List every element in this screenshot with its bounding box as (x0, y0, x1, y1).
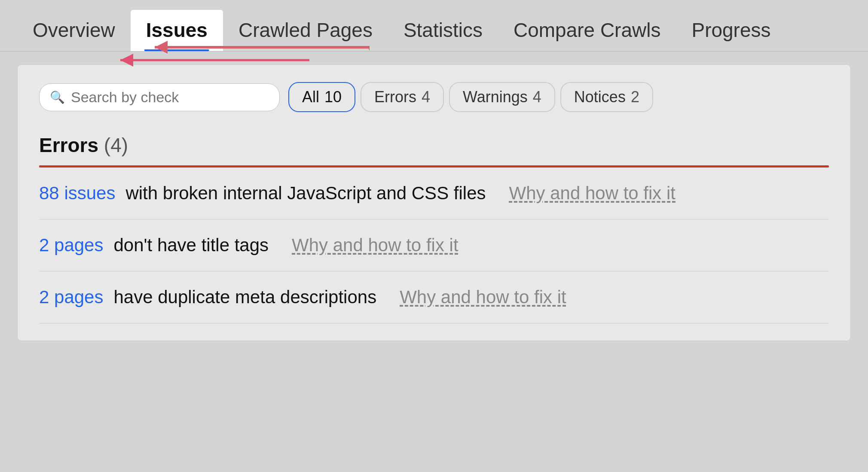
search-input[interactable] (71, 89, 269, 106)
issue-row: 2 pages don't have title tags Why and ho… (39, 219, 829, 271)
tab-bar: Overview Issues Crawled Pages Statistics… (0, 0, 868, 52)
tab-issues[interactable]: Issues (131, 10, 223, 51)
issue-1-count-link[interactable]: 88 issues (39, 183, 115, 204)
filter-buttons: All 10 Errors 4 Warnings 4 Notices 2 (288, 82, 653, 112)
filter-notices-button[interactable]: Notices 2 (560, 82, 653, 112)
issue-3-description: have duplicate meta descriptions (113, 287, 376, 308)
tab-overview[interactable]: Overview (17, 10, 131, 51)
errors-section-header: Errors (4) (39, 134, 829, 165)
issue-2-description: don't have title tags (113, 235, 269, 256)
issue-3-fix-link[interactable]: Why and how to fix it (400, 287, 566, 308)
issue-row: 2 pages have duplicate meta descriptions… (39, 271, 829, 323)
issue-row: 88 issues with broken internal JavaScrip… (39, 167, 829, 219)
issue-3-count-link[interactable]: 2 pages (39, 287, 103, 308)
issue-1-description: with broken internal JavaScript and CSS … (125, 183, 486, 204)
issue-1-fix-link[interactable]: Why and how to fix it (509, 183, 676, 204)
tab-progress[interactable]: Progress (676, 10, 786, 51)
filter-row: 🔍 All 10 Errors 4 Warnings 4 No (39, 82, 829, 112)
issue-2-fix-link[interactable]: Why and how to fix it (292, 235, 458, 256)
filter-warnings-button[interactable]: Warnings 4 (449, 82, 555, 112)
filter-errors-button[interactable]: Errors 4 (361, 82, 444, 112)
filter-all-button[interactable]: All 10 (288, 82, 355, 112)
tab-compare-crawls[interactable]: Compare Crawls (498, 10, 676, 51)
tab-statistics[interactable]: Statistics (388, 10, 498, 51)
search-box[interactable]: 🔍 (39, 83, 280, 111)
issue-2-count-link[interactable]: 2 pages (39, 235, 103, 256)
search-icon: 🔍 (50, 90, 65, 104)
main-panel: 🔍 All 10 Errors 4 Warnings 4 No (17, 64, 851, 341)
page-wrapper: Overview Issues Crawled Pages Statistics… (0, 0, 868, 472)
tab-crawled-pages[interactable]: Crawled Pages (223, 10, 388, 51)
